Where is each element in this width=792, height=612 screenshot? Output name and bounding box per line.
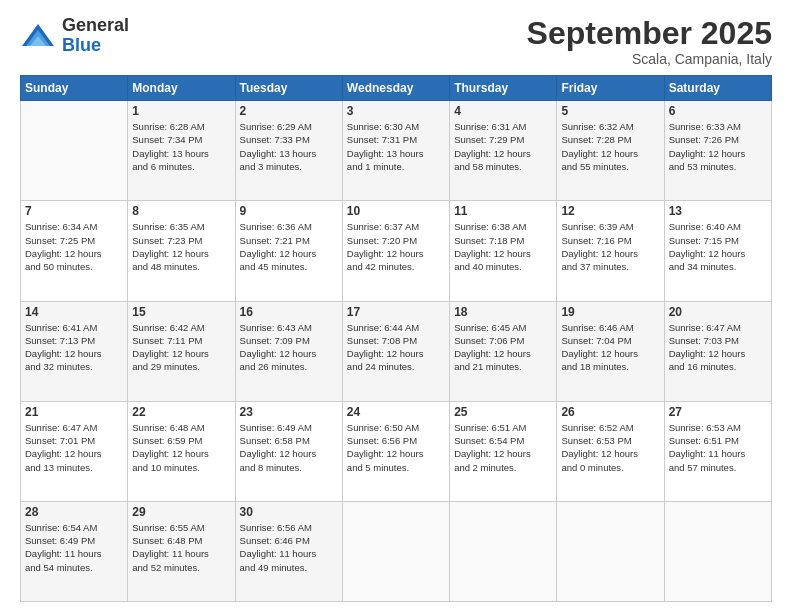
table-row: 15Sunrise: 6:42 AMSunset: 7:11 PMDayligh…	[128, 301, 235, 401]
day-info: Sunrise: 6:53 AMSunset: 6:51 PMDaylight:…	[669, 421, 767, 474]
col-thursday: Thursday	[450, 76, 557, 101]
logo: General Blue	[20, 16, 129, 56]
location-subtitle: Scala, Campania, Italy	[527, 51, 772, 67]
month-title: September 2025	[527, 16, 772, 51]
table-row: 26Sunrise: 6:52 AMSunset: 6:53 PMDayligh…	[557, 401, 664, 501]
header-row: Sunday Monday Tuesday Wednesday Thursday…	[21, 76, 772, 101]
day-info: Sunrise: 6:35 AMSunset: 7:23 PMDaylight:…	[132, 220, 230, 273]
day-info: Sunrise: 6:54 AMSunset: 6:49 PMDaylight:…	[25, 521, 123, 574]
table-row	[342, 501, 449, 601]
table-row	[557, 501, 664, 601]
col-monday: Monday	[128, 76, 235, 101]
day-number: 4	[454, 104, 552, 118]
day-info: Sunrise: 6:51 AMSunset: 6:54 PMDaylight:…	[454, 421, 552, 474]
table-row: 5Sunrise: 6:32 AMSunset: 7:28 PMDaylight…	[557, 101, 664, 201]
day-number: 21	[25, 405, 123, 419]
table-row: 11Sunrise: 6:38 AMSunset: 7:18 PMDayligh…	[450, 201, 557, 301]
table-row: 12Sunrise: 6:39 AMSunset: 7:16 PMDayligh…	[557, 201, 664, 301]
day-number: 23	[240, 405, 338, 419]
day-info: Sunrise: 6:46 AMSunset: 7:04 PMDaylight:…	[561, 321, 659, 374]
header: General Blue September 2025 Scala, Campa…	[20, 16, 772, 67]
day-number: 7	[25, 204, 123, 218]
table-row: 27Sunrise: 6:53 AMSunset: 6:51 PMDayligh…	[664, 401, 771, 501]
day-number: 19	[561, 305, 659, 319]
day-number: 17	[347, 305, 445, 319]
day-number: 22	[132, 405, 230, 419]
table-row: 24Sunrise: 6:50 AMSunset: 6:56 PMDayligh…	[342, 401, 449, 501]
day-info: Sunrise: 6:33 AMSunset: 7:26 PMDaylight:…	[669, 120, 767, 173]
day-number: 25	[454, 405, 552, 419]
day-number: 15	[132, 305, 230, 319]
title-area: September 2025 Scala, Campania, Italy	[527, 16, 772, 67]
logo-general-text: General	[62, 16, 129, 36]
day-info: Sunrise: 6:36 AMSunset: 7:21 PMDaylight:…	[240, 220, 338, 273]
table-row: 28Sunrise: 6:54 AMSunset: 6:49 PMDayligh…	[21, 501, 128, 601]
table-row: 8Sunrise: 6:35 AMSunset: 7:23 PMDaylight…	[128, 201, 235, 301]
table-row: 13Sunrise: 6:40 AMSunset: 7:15 PMDayligh…	[664, 201, 771, 301]
day-info: Sunrise: 6:31 AMSunset: 7:29 PMDaylight:…	[454, 120, 552, 173]
day-number: 28	[25, 505, 123, 519]
day-number: 24	[347, 405, 445, 419]
col-tuesday: Tuesday	[235, 76, 342, 101]
day-info: Sunrise: 6:52 AMSunset: 6:53 PMDaylight:…	[561, 421, 659, 474]
day-info: Sunrise: 6:34 AMSunset: 7:25 PMDaylight:…	[25, 220, 123, 273]
day-number: 2	[240, 104, 338, 118]
col-saturday: Saturday	[664, 76, 771, 101]
table-row: 22Sunrise: 6:48 AMSunset: 6:59 PMDayligh…	[128, 401, 235, 501]
table-row: 23Sunrise: 6:49 AMSunset: 6:58 PMDayligh…	[235, 401, 342, 501]
day-number: 6	[669, 104, 767, 118]
calendar-week-row: 1Sunrise: 6:28 AMSunset: 7:34 PMDaylight…	[21, 101, 772, 201]
calendar-week-row: 21Sunrise: 6:47 AMSunset: 7:01 PMDayligh…	[21, 401, 772, 501]
table-row: 6Sunrise: 6:33 AMSunset: 7:26 PMDaylight…	[664, 101, 771, 201]
table-row: 4Sunrise: 6:31 AMSunset: 7:29 PMDaylight…	[450, 101, 557, 201]
day-number: 11	[454, 204, 552, 218]
logo-text: General Blue	[62, 16, 129, 56]
day-number: 8	[132, 204, 230, 218]
table-row	[664, 501, 771, 601]
day-info: Sunrise: 6:55 AMSunset: 6:48 PMDaylight:…	[132, 521, 230, 574]
day-number: 1	[132, 104, 230, 118]
day-number: 14	[25, 305, 123, 319]
calendar-week-row: 14Sunrise: 6:41 AMSunset: 7:13 PMDayligh…	[21, 301, 772, 401]
day-info: Sunrise: 6:29 AMSunset: 7:33 PMDaylight:…	[240, 120, 338, 173]
day-info: Sunrise: 6:30 AMSunset: 7:31 PMDaylight:…	[347, 120, 445, 173]
day-info: Sunrise: 6:40 AMSunset: 7:15 PMDaylight:…	[669, 220, 767, 273]
day-info: Sunrise: 6:48 AMSunset: 6:59 PMDaylight:…	[132, 421, 230, 474]
day-number: 20	[669, 305, 767, 319]
day-info: Sunrise: 6:43 AMSunset: 7:09 PMDaylight:…	[240, 321, 338, 374]
table-row: 20Sunrise: 6:47 AMSunset: 7:03 PMDayligh…	[664, 301, 771, 401]
calendar-week-row: 28Sunrise: 6:54 AMSunset: 6:49 PMDayligh…	[21, 501, 772, 601]
day-info: Sunrise: 6:38 AMSunset: 7:18 PMDaylight:…	[454, 220, 552, 273]
table-row: 29Sunrise: 6:55 AMSunset: 6:48 PMDayligh…	[128, 501, 235, 601]
day-number: 18	[454, 305, 552, 319]
logo-icon	[20, 22, 56, 50]
table-row: 9Sunrise: 6:36 AMSunset: 7:21 PMDaylight…	[235, 201, 342, 301]
col-wednesday: Wednesday	[342, 76, 449, 101]
day-info: Sunrise: 6:44 AMSunset: 7:08 PMDaylight:…	[347, 321, 445, 374]
table-row: 7Sunrise: 6:34 AMSunset: 7:25 PMDaylight…	[21, 201, 128, 301]
day-number: 5	[561, 104, 659, 118]
day-number: 27	[669, 405, 767, 419]
day-number: 26	[561, 405, 659, 419]
table-row: 14Sunrise: 6:41 AMSunset: 7:13 PMDayligh…	[21, 301, 128, 401]
day-info: Sunrise: 6:37 AMSunset: 7:20 PMDaylight:…	[347, 220, 445, 273]
day-number: 16	[240, 305, 338, 319]
col-sunday: Sunday	[21, 76, 128, 101]
day-number: 29	[132, 505, 230, 519]
day-info: Sunrise: 6:47 AMSunset: 7:01 PMDaylight:…	[25, 421, 123, 474]
table-row: 1Sunrise: 6:28 AMSunset: 7:34 PMDaylight…	[128, 101, 235, 201]
table-row: 21Sunrise: 6:47 AMSunset: 7:01 PMDayligh…	[21, 401, 128, 501]
table-row: 17Sunrise: 6:44 AMSunset: 7:08 PMDayligh…	[342, 301, 449, 401]
day-number: 10	[347, 204, 445, 218]
day-info: Sunrise: 6:42 AMSunset: 7:11 PMDaylight:…	[132, 321, 230, 374]
table-row: 18Sunrise: 6:45 AMSunset: 7:06 PMDayligh…	[450, 301, 557, 401]
table-row: 30Sunrise: 6:56 AMSunset: 6:46 PMDayligh…	[235, 501, 342, 601]
table-row	[21, 101, 128, 201]
day-number: 3	[347, 104, 445, 118]
day-info: Sunrise: 6:41 AMSunset: 7:13 PMDaylight:…	[25, 321, 123, 374]
table-row: 3Sunrise: 6:30 AMSunset: 7:31 PMDaylight…	[342, 101, 449, 201]
calendar-week-row: 7Sunrise: 6:34 AMSunset: 7:25 PMDaylight…	[21, 201, 772, 301]
calendar-table: Sunday Monday Tuesday Wednesday Thursday…	[20, 75, 772, 602]
day-number: 13	[669, 204, 767, 218]
table-row: 2Sunrise: 6:29 AMSunset: 7:33 PMDaylight…	[235, 101, 342, 201]
